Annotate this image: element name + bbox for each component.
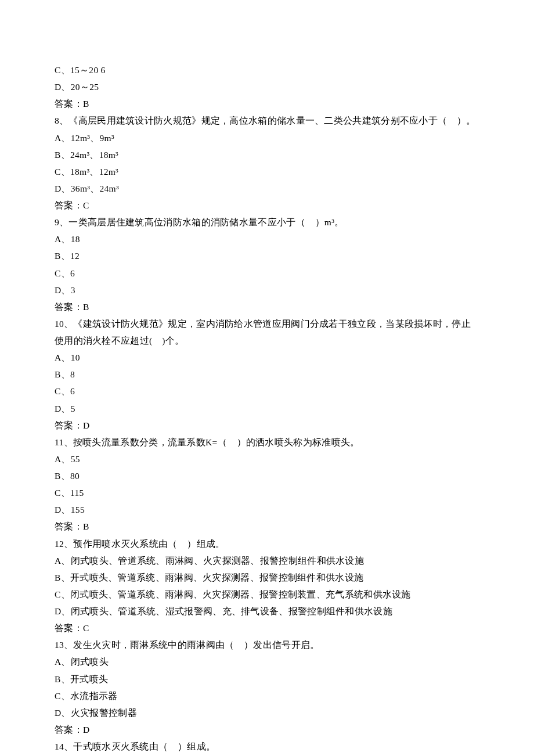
- question-stem: 9、一类高层居住建筑高位消防水箱的消防储水量不应小于（ ）m³。: [55, 214, 479, 231]
- option-text: B、12: [55, 247, 479, 264]
- question-stem: 14、干式喷水灭火系统由（ ）组成。: [55, 738, 479, 755]
- option-text: D、火灾报警控制器: [55, 704, 479, 721]
- document-page: C、15～20 6 D、20～25 答案：B 8、《高层民用建筑设计防火规范》规…: [0, 0, 534, 756]
- answer-text: 答案：B: [55, 95, 479, 112]
- option-text: C、6: [55, 265, 479, 282]
- option-text: A、10: [55, 349, 479, 366]
- option-text: D、20～25: [55, 78, 479, 95]
- option-text: C、闭式喷头、管道系统、雨淋阀、火灾探测器、报警控制装置、充气系统和供水设施: [55, 586, 479, 603]
- option-text: C、6: [55, 383, 479, 399]
- answer-text: 答案：D: [55, 417, 479, 434]
- option-text: A、闭式喷头: [55, 653, 479, 670]
- option-text: D、36m³、24m³: [55, 180, 479, 197]
- option-text: B、8: [55, 366, 479, 383]
- answer-text: 答案：B: [55, 518, 479, 535]
- answer-text: 答案：D: [55, 721, 479, 738]
- answer-text: 答案：C: [55, 197, 479, 214]
- option-text: D、闭式喷头、管道系统、湿式报警阀、充、排气设备、报警控制组件和供水设施: [55, 603, 479, 620]
- option-text: B、开式喷头: [55, 671, 479, 687]
- question-stem: 12、预作用喷水灭火系统由（ ）组成。: [55, 535, 479, 552]
- option-text: C、115: [55, 484, 479, 501]
- question-stem: 8、《高层民用建筑设计防火规范》规定，高位水箱的储水量一、二类公共建筑分别不应小…: [55, 112, 479, 129]
- answer-text: 答案：B: [55, 298, 479, 315]
- option-text: A、12m³、9m³: [55, 129, 479, 146]
- option-text: C、18m³、12m³: [55, 163, 479, 180]
- option-text: D、3: [55, 282, 479, 298]
- option-text: D、5: [55, 400, 479, 417]
- question-stem: 11、按喷头流量系数分类，流量系数K=（ ）的洒水喷头称为标准喷头。: [55, 434, 479, 451]
- option-text: A、55: [55, 451, 479, 467]
- option-text: C、15～20 6: [55, 62, 479, 78]
- option-text: A、闭式喷头、管道系统、雨淋阀、火灾探测器、报警控制组件和供水设施: [55, 552, 479, 569]
- option-text: C、水流指示器: [55, 687, 479, 704]
- question-stem: 13、发生火灾时，雨淋系统中的雨淋阀由（ ）发出信号开启。: [55, 636, 479, 653]
- option-text: B、24m³、18m³: [55, 146, 479, 163]
- option-text: D、155: [55, 501, 479, 518]
- option-text: B、开式喷头、管道系统、雨淋阀、火灾探测器、报警控制组件和供水设施: [55, 569, 479, 586]
- answer-text: 答案：C: [55, 620, 479, 636]
- option-text: A、18: [55, 231, 479, 247]
- question-stem: 10、《建筑设计防火规范》规定，室内消防给水管道应用阀门分成若干独立段，当某段损…: [55, 315, 479, 349]
- option-text: B、80: [55, 467, 479, 484]
